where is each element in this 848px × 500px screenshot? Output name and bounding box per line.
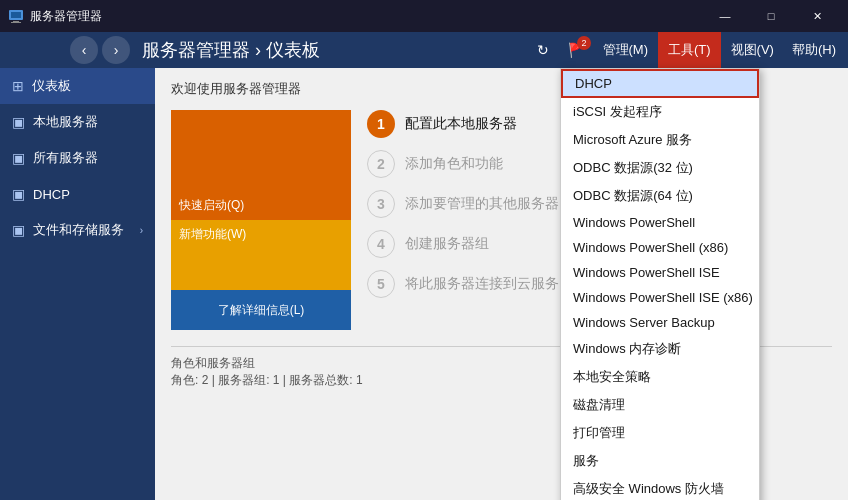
- title-bar-text: 服务器管理器: [30, 8, 702, 25]
- all-servers-icon: ▣: [12, 150, 25, 166]
- tools-menu-powershellise[interactable]: Windows PowerShell ISE: [561, 260, 759, 285]
- quickstart-block[interactable]: 快速启动(Q): [171, 110, 351, 220]
- task-3-label: 添加要管理的其他服务器: [405, 195, 559, 213]
- task-4-label: 创建服务器组: [405, 235, 489, 253]
- dashboard-icon: ⊞: [12, 78, 24, 94]
- tools-menu-powershellx86[interactable]: Windows PowerShell (x86): [561, 235, 759, 260]
- title-bar: 服务器管理器 — □ ✕: [0, 0, 848, 32]
- new-features-label: 新增功能(W): [179, 226, 246, 243]
- minimize-button[interactable]: —: [702, 0, 748, 32]
- sidebar-item-dhcp[interactable]: ▣ DHCP: [0, 176, 155, 212]
- task-5-number: 5: [367, 270, 395, 298]
- learn-more-label: 了解详细信息(L): [218, 302, 305, 319]
- files-icon: ▣: [12, 222, 25, 238]
- task-4-number: 4: [367, 230, 395, 258]
- task-1-number: 1: [367, 110, 395, 138]
- menu-help[interactable]: 帮助(H): [784, 32, 844, 68]
- task-5-label: 将此服务器连接到云服务: [405, 275, 559, 293]
- tools-menu-services[interactable]: 服务: [561, 447, 759, 475]
- sidebar-item-all[interactable]: ▣ 所有服务器: [0, 140, 155, 176]
- menu-bar-right: ↻ 🚩 2 管理(M) 工具(T) 视图(V) 帮助(H): [527, 32, 845, 68]
- sidebar-item-dashboard[interactable]: ⊞ 仪表板: [0, 68, 155, 104]
- svg-rect-2: [13, 21, 19, 22]
- tools-menu-odbc64[interactable]: ODBC 数据源(64 位): [561, 182, 759, 210]
- tools-menu-secpol[interactable]: 本地安全策略: [561, 363, 759, 391]
- notify-button[interactable]: 🚩 2: [563, 36, 591, 64]
- files-arrow-icon: ›: [140, 225, 143, 236]
- tools-menu-azure[interactable]: Microsoft Azure 服务: [561, 126, 759, 154]
- task-2-number: 2: [367, 150, 395, 178]
- learn-more-block[interactable]: 了解详细信息(L): [171, 290, 351, 330]
- tools-menu-memdiag[interactable]: Windows 内存诊断: [561, 335, 759, 363]
- tools-menu-powershellisex86[interactable]: Windows PowerShell ISE (x86): [561, 285, 759, 310]
- tools-dropdown-menu: DHCP iSCSI 发起程序 Microsoft Azure 服务 ODBC …: [560, 68, 760, 500]
- sidebar-item-files[interactable]: ▣ 文件和存储服务 ›: [0, 212, 155, 248]
- tools-menu-powershell[interactable]: Windows PowerShell: [561, 210, 759, 235]
- local-server-icon: ▣: [12, 114, 25, 130]
- tools-menu-diskclean[interactable]: 磁盘清理: [561, 391, 759, 419]
- sidebar-item-local[interactable]: ▣ 本地服务器: [0, 104, 155, 140]
- tools-menu-wsb[interactable]: Windows Server Backup: [561, 310, 759, 335]
- sidebar: ⊞ 仪表板 ▣ 本地服务器 ▣ 所有服务器 ▣ DHCP ▣ 文件和存储服务 ›: [0, 68, 155, 500]
- menu-bar: ‹ › 服务器管理器 › 仪表板 ↻ 🚩 2 管理(M) 工具(T) 视图(V)…: [0, 32, 848, 68]
- tools-menu-dhcp[interactable]: DHCP: [561, 69, 759, 98]
- main-window: 服务器管理器 — □ ✕ ‹ › 服务器管理器 › 仪表板 ↻ 🚩 2 管理(M…: [0, 0, 848, 500]
- task-1-label: 配置此本地服务器: [405, 115, 517, 133]
- breadcrumb: 服务器管理器 › 仪表板: [142, 38, 527, 62]
- maximize-button[interactable]: □: [748, 0, 794, 32]
- refresh-button[interactable]: ↻: [529, 36, 557, 64]
- close-button[interactable]: ✕: [794, 0, 840, 32]
- new-features-block[interactable]: 新增功能(W): [171, 220, 351, 290]
- task-3-number: 3: [367, 190, 395, 218]
- menu-manage[interactable]: 管理(M): [595, 32, 657, 68]
- quickstart-panel: 快速启动(Q) 新增功能(W) 了解详细信息(L): [171, 110, 351, 330]
- app-icon: [8, 8, 24, 24]
- task-2-label: 添加角色和功能: [405, 155, 503, 173]
- tools-menu-odbc32[interactable]: ODBC 数据源(32 位): [561, 154, 759, 182]
- svg-rect-1: [11, 12, 21, 18]
- quickstart-label: 快速启动(Q): [179, 197, 244, 214]
- menu-view[interactable]: 视图(V): [723, 32, 782, 68]
- tools-menu-iscsi[interactable]: iSCSI 发起程序: [561, 98, 759, 126]
- svg-rect-3: [11, 22, 21, 23]
- menu-tools[interactable]: 工具(T): [658, 32, 721, 68]
- tools-menu-firewall[interactable]: 高级安全 Windows 防火墙: [561, 475, 759, 500]
- tools-menu-printmgmt[interactable]: 打印管理: [561, 419, 759, 447]
- nav-back-button[interactable]: ‹: [70, 36, 98, 64]
- dhcp-icon: ▣: [12, 186, 25, 202]
- window-controls: — □ ✕: [702, 0, 840, 32]
- nav-forward-button[interactable]: ›: [102, 36, 130, 64]
